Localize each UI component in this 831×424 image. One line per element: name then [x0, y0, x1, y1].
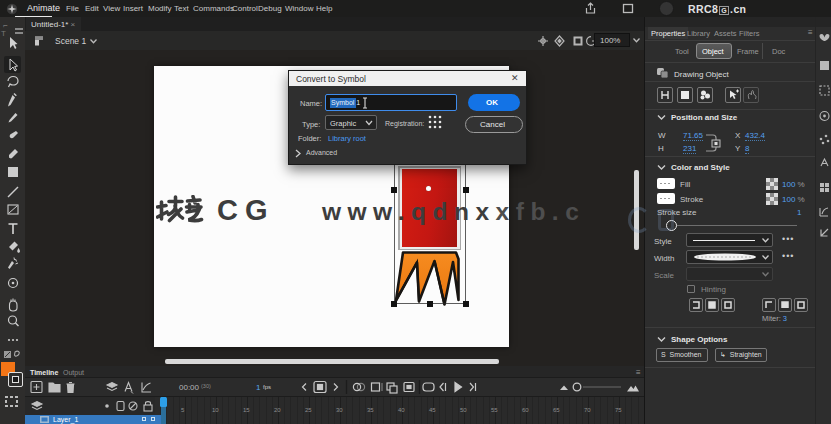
- svg-text:1: 1: [256, 383, 261, 392]
- svg-text:fps: fps: [263, 384, 271, 390]
- svg-text:(30): (30): [201, 383, 211, 389]
- svg-text:00:00: 00:00: [179, 383, 200, 392]
